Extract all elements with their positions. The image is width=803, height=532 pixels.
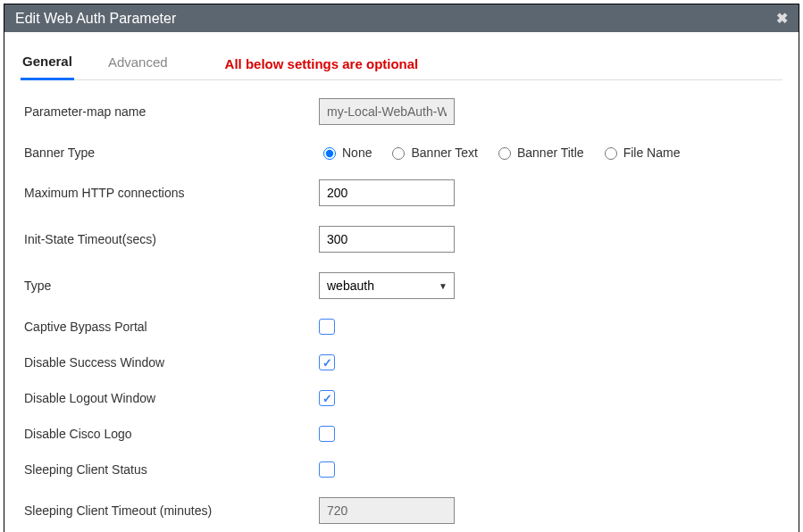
row-banner-type: Banner Type None Banner Text Banner Titl… <box>24 145 782 160</box>
row-disable-logout: Disable Logout Window <box>24 390 782 406</box>
radio-input-banner-title[interactable] <box>498 147 511 160</box>
checkbox-disable-logout[interactable] <box>319 390 335 406</box>
label-banner-type: Banner Type <box>24 145 319 160</box>
radio-label-banner-title: Banner Title <box>517 145 584 160</box>
close-icon[interactable]: ✖ <box>776 10 788 27</box>
checkbox-disable-logo[interactable] <box>319 426 335 442</box>
tab-strip: General Advanced All below settings are … <box>21 41 782 80</box>
row-sleeping-status: Sleeping Client Status <box>24 461 782 478</box>
dialog-titlebar: Edit Web Auth Parameter ✖ <box>4 4 799 32</box>
form-general: Parameter-map name Banner Type None Bann… <box>21 98 782 524</box>
checkbox-sleeping-status[interactable] <box>319 461 335 478</box>
row-captive-bypass: Captive Bypass Portal <box>24 319 782 335</box>
radio-input-banner-text[interactable] <box>392 147 405 160</box>
radio-banner-text[interactable]: Banner Text <box>388 145 477 160</box>
label-sleeping-timeout: Sleeping Client Timeout (minutes) <box>24 503 319 518</box>
radio-banner-file[interactable]: File Name <box>600 145 681 160</box>
label-disable-success: Disable Success Window <box>24 355 319 370</box>
tab-advanced[interactable]: Advanced <box>106 49 170 79</box>
input-max-http[interactable] <box>319 179 455 206</box>
checkbox-disable-success[interactable] <box>319 354 335 370</box>
radio-label-banner-none: None <box>342 145 372 160</box>
tab-general[interactable]: General <box>21 48 74 80</box>
row-sleeping-timeout: Sleeping Client Timeout (minutes) <box>24 497 782 524</box>
label-type: Type <box>24 278 319 293</box>
dialog-title: Edit Web Auth Parameter <box>15 11 176 27</box>
input-parameter-map-name <box>319 98 455 125</box>
radio-banner-none[interactable]: None <box>319 145 372 160</box>
row-max-http: Maximum HTTP connections <box>24 179 782 206</box>
label-init-timeout: Init-State Timeout(secs) <box>24 232 319 246</box>
label-sleeping-status: Sleeping Client Status <box>24 462 319 477</box>
dialog-body: General Advanced All below settings are … <box>4 32 799 532</box>
radio-input-banner-file[interactable] <box>605 147 617 160</box>
dialog-edit-web-auth-parameter: Edit Web Auth Parameter ✖ General Advanc… <box>4 4 799 532</box>
radio-banner-title[interactable]: Banner Title <box>494 145 584 160</box>
label-disable-logo: Disable Cisco Logo <box>24 427 319 441</box>
label-parameter-map-name: Parameter-map name <box>24 104 319 119</box>
checkbox-captive-bypass[interactable] <box>319 319 335 335</box>
radio-input-banner-none[interactable] <box>323 147 336 160</box>
select-wrap-type: ▼ <box>319 272 455 299</box>
select-type[interactable] <box>319 272 455 299</box>
label-captive-bypass: Captive Bypass Portal <box>24 320 319 334</box>
settings-optional-notice: All below settings are optional <box>225 56 419 71</box>
label-disable-logout: Disable Logout Window <box>24 391 319 405</box>
label-max-http: Maximum HTTP connections <box>24 186 319 200</box>
radio-label-banner-text: Banner Text <box>411 145 477 160</box>
row-disable-logo: Disable Cisco Logo <box>24 426 782 442</box>
radio-group-banner-type: None Banner Text Banner Title File Name <box>319 145 680 160</box>
radio-label-banner-file: File Name <box>623 145 681 160</box>
row-parameter-map-name: Parameter-map name <box>24 98 782 125</box>
input-sleeping-timeout <box>319 497 455 524</box>
row-init-timeout: Init-State Timeout(secs) <box>24 226 782 253</box>
row-type: Type ▼ <box>24 272 782 299</box>
input-init-timeout[interactable] <box>319 226 455 253</box>
row-disable-success: Disable Success Window <box>24 354 782 370</box>
